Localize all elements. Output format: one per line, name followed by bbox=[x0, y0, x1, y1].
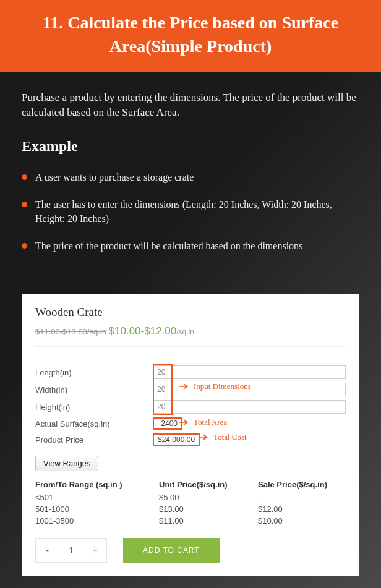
table-cell: <501 bbox=[35, 493, 159, 502]
annotation-input-dimensions: Input Dimensions bbox=[179, 381, 251, 391]
arrow-right-icon bbox=[179, 419, 190, 426]
col-unit-header: Unit Price($/sq.in) bbox=[159, 480, 258, 489]
length-input[interactable] bbox=[153, 365, 346, 379]
intro-text: Purchase a product by entering the dimen… bbox=[22, 90, 359, 121]
col-range-header: From/To Range (sq.in ) bbox=[35, 480, 159, 489]
qty-plus-button[interactable]: + bbox=[83, 539, 106, 562]
list-item: A user wants to purchase a storage crate bbox=[22, 171, 359, 184]
view-ranges-button[interactable]: View Ranges bbox=[35, 456, 98, 471]
table-cell: 501-1000 bbox=[35, 505, 159, 514]
annotation-total-area: Total Area bbox=[179, 417, 227, 427]
table-cell: $11.00 bbox=[159, 516, 258, 526]
price-unit: /sq.in bbox=[176, 328, 194, 336]
product-price-label: Product Price bbox=[35, 435, 153, 445]
table-cell: $5.00 bbox=[159, 493, 258, 502]
table-cell: - bbox=[258, 493, 357, 502]
annotation-total-cost: Total Cost bbox=[199, 432, 247, 442]
arrow-right-icon bbox=[179, 383, 190, 390]
col-sale-header: Sale Price($/sq.in) bbox=[258, 480, 357, 489]
list-item: The price of the product will be calcula… bbox=[22, 239, 359, 253]
surface-label: Actual Surface(sq.in) bbox=[35, 419, 153, 428]
example-heading: Example bbox=[22, 138, 359, 155]
qty-cart-row: - + ADD TO CART bbox=[35, 538, 346, 563]
table-cell: $10.00 bbox=[258, 516, 357, 526]
old-price: $11.00-$13.00/sq.in bbox=[35, 327, 106, 336]
product-price-row: Product Price $24,000.00 bbox=[35, 433, 346, 446]
surface-value: 2400 bbox=[153, 417, 182, 430]
product-panel: Wooden Crate $11.00-$13.00/sq.in $10.00-… bbox=[22, 294, 359, 576]
list-item: The user has to enter the dimensions (Le… bbox=[22, 198, 359, 226]
qty-minus-button[interactable]: - bbox=[36, 539, 59, 562]
table-cell: $13.00 bbox=[159, 505, 258, 514]
table-cell: 1001-3500 bbox=[35, 516, 159, 526]
section-title: 11. Calculate the Price based on Surface… bbox=[43, 13, 338, 56]
height-input[interactable] bbox=[153, 400, 346, 414]
product-title: Wooden Crate bbox=[35, 305, 346, 319]
width-label: Width(in) bbox=[35, 385, 153, 394]
price-line: $11.00-$13.00/sq.in $10.00-$12.00/sq.in bbox=[35, 325, 346, 347]
product-price-value: $24,000.00 bbox=[153, 433, 200, 446]
length-label: Length(in) bbox=[35, 368, 153, 377]
new-price: $10.00-$12.00 bbox=[109, 325, 177, 337]
ranges-table: From/To Range (sq.in ) Unit Price($/sq.i… bbox=[35, 480, 346, 526]
section-header: 11. Calculate the Price based on Surface… bbox=[0, 0, 381, 72]
table-cell: $12.00 bbox=[258, 505, 357, 514]
example-list: A user wants to purchase a storage crate… bbox=[22, 171, 359, 254]
qty-input[interactable] bbox=[59, 539, 83, 562]
section-body: Purchase a product by entering the dimen… bbox=[0, 72, 381, 283]
quantity-stepper: - + bbox=[35, 538, 107, 563]
add-to-cart-button[interactable]: ADD TO CART bbox=[123, 538, 220, 563]
height-label: Height(in) bbox=[35, 403, 153, 412]
length-row: Length(in) bbox=[35, 365, 346, 379]
arrow-right-icon bbox=[199, 433, 210, 441]
height-row: Height(in) bbox=[35, 400, 346, 414]
